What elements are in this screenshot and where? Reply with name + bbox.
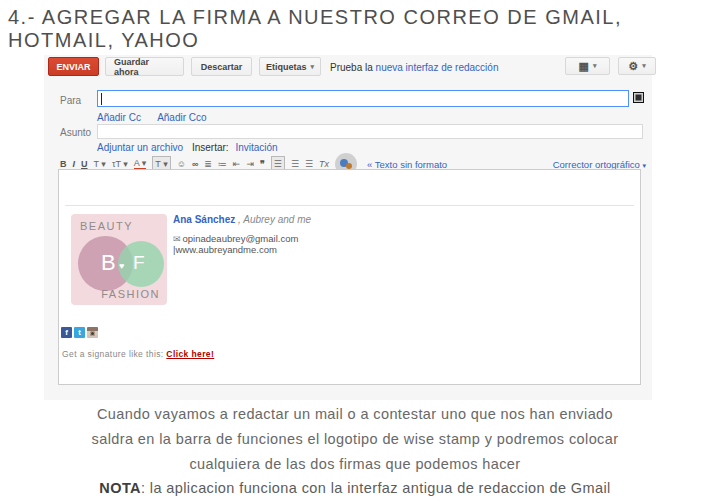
attach-row: Adjuntar un archivo Insertar: Invitación — [97, 142, 278, 153]
subject-label: Asunto — [60, 127, 91, 138]
beauty-fashion-logo: BEAUTY B F ♥ FASHION — [71, 214, 167, 305]
spell-check-control[interactable]: Corrector ortográfico ▾ — [553, 159, 646, 170]
keyboard-icon: ▦ — [579, 60, 589, 73]
signature-promo: Get a signature like this: Click here! — [62, 349, 214, 359]
add-cc-link[interactable]: Añadir Cc — [97, 112, 141, 123]
insert-label: Insertar: — [192, 142, 229, 153]
caret-down-icon: ▾ — [593, 62, 597, 70]
attach-file-link[interactable]: Adjuntar un archivo — [97, 142, 183, 153]
instagram-icon[interactable] — [87, 327, 98, 338]
caption-note: NOTA: la aplicacion funciona con la inte… — [0, 480, 710, 496]
gmail-compose-panel: ENVIAR Guardar ahora Descartar Etiquetas… — [44, 55, 652, 400]
discard-button[interactable]: Descartar — [191, 57, 252, 76]
caption-line-1: Cuando vayamos a redactar un mail o a co… — [0, 406, 710, 422]
caption-line-2: saldra en la barra de funciones el logot… — [0, 431, 710, 447]
add-bcc-link[interactable]: Añadir Cco — [157, 112, 206, 123]
cc-bcc-row: Añadir Cc Añadir Cco — [97, 112, 207, 123]
spell-check-link: Corrector ortográfico — [553, 159, 640, 170]
caret-down-icon: ▾ — [642, 162, 646, 169]
keyboard-toggle-button[interactable]: ▦ ▾ — [565, 57, 610, 75]
try-prefix: Prueba la — [330, 62, 376, 73]
text-cursor — [101, 93, 102, 105]
signature-name-row: Ana Sánchez , Aubrey and me — [173, 214, 311, 225]
page-title: 4.- AGREGAR LA FIRMA A NUESTRO CORREO DE… — [8, 6, 708, 52]
signature-email-row: ✉opinadeaubrey@gmail.com — [173, 233, 298, 244]
to-label: Para — [60, 95, 81, 106]
invitation-link[interactable]: Invitación — [235, 142, 277, 153]
message-body[interactable]: BEAUTY B F ♥ FASHION Ana Sánchez , Aubre… — [58, 169, 641, 385]
caret-down-icon: ▾ — [642, 62, 646, 70]
note-text: : la aplicacion funciona con la interfaz… — [141, 480, 611, 496]
to-input[interactable] — [97, 90, 629, 107]
click-here-link[interactable]: Click here! — [166, 349, 214, 359]
plain-text-link[interactable]: « Texto sin formato — [367, 159, 447, 170]
send-button[interactable]: ENVIAR — [48, 57, 99, 76]
logo-initial-right: F — [133, 252, 145, 274]
save-now-button[interactable]: Guardar ahora — [105, 57, 184, 76]
signature-website: |www.aubreyandme.com — [173, 244, 277, 255]
logo-word-bottom: FASHION — [101, 288, 160, 300]
signature-name-link[interactable]: Ana Sánchez — [173, 214, 235, 225]
logo-word-top: BEAUTY — [80, 220, 133, 232]
logo-initial-left: B — [101, 250, 116, 276]
caret-down-icon: ▾ — [311, 63, 315, 71]
signature-divider — [65, 205, 634, 206]
contact-picker-icon[interactable] — [633, 92, 644, 103]
signature-company: , Aubrey and me — [235, 214, 311, 225]
labels-button[interactable]: Etiquetas ▾ — [259, 57, 321, 76]
promo-prefix: Get a signature like this: — [62, 349, 166, 359]
note-label: NOTA — [99, 480, 141, 496]
subject-input[interactable] — [97, 124, 643, 139]
try-new-interface-text: Prueba la nueva interfaz de redacción — [330, 62, 498, 73]
twitter-icon[interactable]: t — [74, 327, 85, 338]
envelope-icon: ✉ — [173, 234, 181, 244]
signature-email: opinadeaubrey@gmail.com — [183, 233, 299, 244]
facebook-icon[interactable]: f — [61, 327, 72, 338]
heart-icon: ♥ — [119, 261, 124, 271]
gear-icon: ⚙ — [628, 60, 638, 73]
social-icons-row: f t — [61, 327, 98, 338]
labels-button-label: Etiquetas — [266, 62, 307, 72]
new-interface-link[interactable]: nueva interfaz de redacción — [376, 62, 499, 73]
page: 4.- AGREGAR LA FIRMA A NUESTRO CORREO DE… — [0, 0, 710, 502]
caption-line-3: cualquiera de las dos firmas que podemos… — [0, 456, 710, 472]
settings-button[interactable]: ⚙ ▾ — [618, 57, 656, 75]
